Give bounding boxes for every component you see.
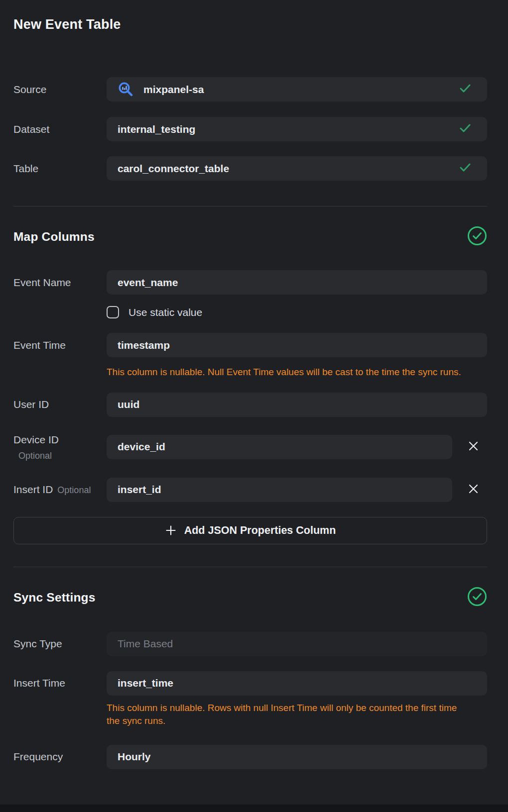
sync-type-value: Time Based [118,638,173,650]
frequency-label: Frequency [13,751,107,763]
close-icon [468,440,479,453]
insert-id-value: insert_id [118,484,161,496]
sync-settings-header: Sync Settings [13,587,487,608]
device-id-select[interactable]: device_id [107,435,452,459]
event-time-nullable-warning: This column is nullable. Null Event Time… [107,366,463,379]
sync-type-row: Sync Type Time Based [13,632,487,656]
insert-time-value: insert_time [118,677,173,689]
bottom-edge-strip [0,805,508,812]
event-time-label: Event Time [13,339,107,351]
event-name-value: event_name [118,277,178,289]
source-select[interactable]: mixpanel-sa [107,77,487,102]
add-json-properties-column-button[interactable]: Add JSON Properties Column [13,517,487,544]
use-static-value-checkbox[interactable] [107,306,119,318]
dataset-value: internal_testing [118,123,195,135]
event-time-value: timestamp [118,339,170,351]
table-label: Table [13,163,107,175]
device-id-remove-button[interactable] [459,435,487,459]
section-divider [13,567,487,567]
event-name-label: Event Name [13,277,107,289]
insert-id-select[interactable]: insert_id [107,478,452,502]
section-complete-icon [467,587,487,609]
source-row: Source mixpanel-sa [13,77,487,102]
table-select[interactable]: carol_connector_table [107,156,487,181]
frequency-row: Frequency Hourly [13,745,487,769]
bigquery-connector-icon [118,81,134,98]
valid-check-icon [458,121,472,137]
sync-type-field: Time Based [107,632,487,656]
device-id-row: Device ID Optional device_id [13,435,487,461]
user-id-value: uuid [118,399,139,410]
user-id-label: User ID [13,399,107,410]
insert-id-row: Insert IDOptional insert_id [13,478,487,502]
page-title: New Event Table [13,0,487,33]
insert-id-optional-tag: Optional [57,485,91,495]
valid-check-icon [458,160,472,177]
insert-time-select[interactable]: insert_time [107,671,487,696]
insert-time-row: Insert Time insert_time [13,671,487,696]
close-icon [468,483,479,496]
section-divider [13,206,487,206]
event-name-select[interactable]: event_name [107,270,487,295]
device-id-label: Device ID [13,433,107,446]
device-id-value: device_id [118,441,165,453]
dataset-row: Dataset internal_testing [13,117,487,141]
user-id-row: User ID uuid [13,393,487,417]
insert-time-nullable-warning: This column is nullable. Rows with null … [107,702,463,728]
event-time-row: Event Time timestamp [13,333,487,357]
sync-settings-heading: Sync Settings [13,591,96,605]
event-name-row: Event Name event_name [13,270,487,295]
map-columns-header: Map Columns [13,226,487,247]
frequency-value: Hourly [118,751,151,763]
sync-type-label: Sync Type [13,638,107,650]
source-value: mixpanel-sa [143,84,204,96]
frequency-select[interactable]: Hourly [107,745,487,769]
use-static-value-label: Use static value [128,306,202,318]
map-columns-heading: Map Columns [13,230,95,244]
insert-id-label: Insert ID [13,484,53,495]
new-event-table-panel: New Event Table Source mixpanel-sa Datas… [0,0,508,812]
table-value: carol_connector_table [118,163,229,175]
insert-id-label-group: Insert IDOptional [13,484,107,496]
user-id-select[interactable]: uuid [107,393,487,417]
insert-time-label: Insert Time [13,677,107,689]
section-complete-icon [467,226,487,248]
use-static-value-row: Use static value [107,306,487,318]
dataset-select[interactable]: internal_testing [107,117,487,141]
add-json-properties-column-label: Add JSON Properties Column [184,524,336,537]
event-time-select[interactable]: timestamp [107,333,487,357]
dataset-label: Dataset [13,123,107,135]
source-label: Source [13,84,107,96]
valid-check-icon [458,81,472,98]
plus-icon [165,524,177,536]
table-row: Table carol_connector_table [13,156,487,181]
device-id-optional-tag: Optional [18,450,107,461]
insert-id-remove-button[interactable] [459,478,487,502]
device-id-label-group: Device ID Optional [13,435,107,461]
